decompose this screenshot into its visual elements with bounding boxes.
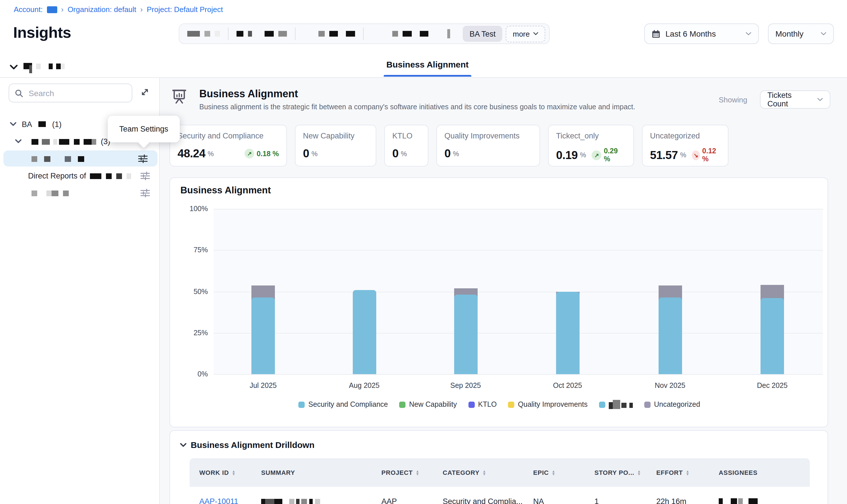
table-header-row: WORK ID▲▼SUMMARYPROJECT▲▼CATEGORY▲▼EPIC▲… <box>190 458 810 487</box>
card-title: KTLO <box>392 131 420 140</box>
bar-segment-security-and-compliance[interactable] <box>761 298 784 374</box>
column-label: SUMMARY <box>261 469 295 476</box>
bar-segment-security-and-compliance[interactable] <box>556 291 579 374</box>
column-header-work-id[interactable]: WORK ID▲▼ <box>190 469 252 476</box>
column-header-category[interactable]: CATEGORY▲▼ <box>433 469 523 476</box>
section-description: Business alignment is the strategic fit … <box>199 103 635 111</box>
showing-dropdown[interactable]: Tickets Count <box>760 90 830 109</box>
breadcrumb-account[interactable]: Account: <box>14 5 43 14</box>
legend-swatch <box>399 401 406 408</box>
legend-item[interactable]: Security and Compliance <box>299 400 388 409</box>
tooltip-label: Team Settings <box>119 125 168 133</box>
gridline <box>213 291 823 292</box>
section-title: Business Alignment <box>199 88 298 100</box>
expand-icon[interactable] <box>140 87 150 97</box>
presentation-chart-icon <box>172 89 186 104</box>
tree-item-label: BA <box>22 120 32 128</box>
legend-item[interactable]: Quality Improvements <box>508 400 588 409</box>
card-value: 51.57 <box>650 148 678 162</box>
date-range-value: Last 6 Months <box>666 29 741 38</box>
cell-epic: NA <box>523 497 585 504</box>
toolbar-segment-redacted[interactable] <box>179 24 228 43</box>
chevron-down-icon <box>180 443 187 447</box>
legend-swatch <box>299 401 305 408</box>
metric-card: Quality Improvements 0 % <box>436 125 540 166</box>
card-value: 48.24 <box>177 147 205 160</box>
sidebar-search[interactable] <box>8 84 132 103</box>
bar-segment-security-and-compliance[interactable] <box>454 295 477 374</box>
toolbar-segment-redacted[interactable] <box>364 24 458 43</box>
card-unit: % <box>401 149 407 158</box>
toolbar-segment-redacted[interactable] <box>228 24 295 43</box>
sort-icon[interactable]: ▲▼ <box>686 470 690 475</box>
chart-panel: Business Alignment 100%75%50%25%0% Jul 2… <box>170 177 828 427</box>
bar-segment-security-and-compliance[interactable] <box>252 297 275 374</box>
team-settings-icon[interactable] <box>140 188 150 197</box>
granularity-dropdown[interactable]: Monthly <box>768 23 834 44</box>
ba-test-button[interactable]: BA Test <box>463 26 503 42</box>
work-id-link[interactable]: AAP-10011 <box>199 497 238 504</box>
card-unit: % <box>680 151 686 159</box>
x-tick-label: Nov 2025 <box>636 382 704 390</box>
date-range-dropdown[interactable]: Last 6 Months <box>644 23 759 44</box>
card-unit: % <box>312 149 317 158</box>
sort-icon[interactable]: ▲▼ <box>232 470 236 475</box>
toolbar-segment-redacted[interactable] <box>295 24 363 43</box>
drilldown-collapse[interactable]: Business Alignment Drilldown <box>180 440 314 450</box>
chart-title: Business Alignment <box>180 185 271 196</box>
column-header-effort[interactable]: EFFORT▲▼ <box>646 469 709 476</box>
column-header-epic[interactable]: EPIC▲▼ <box>523 469 585 476</box>
metric-card: New Capability 0 % <box>295 125 376 166</box>
breadcrumb-project[interactable]: Project: Default Project <box>147 5 223 14</box>
legend-item[interactable]: New Capability <box>399 400 457 409</box>
sort-icon[interactable]: ▲▼ <box>483 470 486 475</box>
chevron-down-icon <box>10 65 18 70</box>
redacted-label <box>32 137 96 146</box>
bar-segment-security-and-compliance[interactable] <box>658 297 682 374</box>
metric-card: Security and Compliance 48.24 % ↗ 0.18 % <box>170 125 287 166</box>
redacted-label <box>23 61 65 73</box>
tab-active-underline <box>384 75 471 77</box>
x-tick-label: Oct 2025 <box>533 382 602 390</box>
top-toolbar: BA Test more <box>179 23 550 44</box>
gridline <box>213 209 823 210</box>
team-settings-tooltip: Team Settings <box>108 115 180 142</box>
legend-swatch <box>508 401 515 408</box>
tab-business-alignment[interactable]: Business Alignment <box>384 55 471 77</box>
column-header-story-po-[interactable]: STORY PO...▲▼ <box>585 469 646 476</box>
more-button[interactable]: more <box>506 25 545 42</box>
breadcrumb-separator-icon: › <box>140 5 143 14</box>
legend-item[interactable]: Uncategorized <box>644 400 700 409</box>
drilldown-table: WORK ID▲▼SUMMARYPROJECT▲▼CATEGORY▲▼EPIC▲… <box>190 458 810 504</box>
tree-item-redacted[interactable] <box>0 185 160 201</box>
trend-badge: ↗ 0.29 % <box>586 147 626 163</box>
breadcrumb-organization[interactable]: Organization: default <box>68 5 136 14</box>
tree-item-direct-reports[interactable]: Direct Reports of <box>0 168 160 184</box>
card-title: Tickect_only <box>556 131 626 140</box>
bar-segment-security-and-compliance[interactable] <box>352 290 376 374</box>
card-value: 0 <box>444 147 451 160</box>
column-label: PROJECT <box>381 469 413 476</box>
legend-swatch <box>468 401 475 408</box>
column-header-project[interactable]: PROJECT▲▼ <box>372 469 433 476</box>
card-title: Uncategorized <box>650 131 721 140</box>
legend-item[interactable]: KTLO <box>468 400 497 409</box>
redacted-label <box>90 171 132 180</box>
column-label: ASSIGNEES <box>719 469 758 476</box>
tree-item-selected[interactable] <box>3 150 157 166</box>
sort-icon[interactable]: ▲▼ <box>416 470 420 475</box>
gridline <box>213 250 823 251</box>
team-settings-icon[interactable] <box>140 171 150 180</box>
sort-icon[interactable]: ▲▼ <box>552 470 556 475</box>
delta-value: 0.12 % <box>702 147 721 163</box>
search-input[interactable] <box>28 88 116 98</box>
panel-collapse-row[interactable] <box>10 61 65 73</box>
cell-effort: 22h 16m <box>646 497 709 504</box>
chevron-down-icon <box>817 98 823 101</box>
sort-icon[interactable]: ▲▼ <box>637 470 641 475</box>
card-value: 0 <box>303 147 309 160</box>
tab-label: Business Alignment <box>386 59 468 69</box>
team-settings-icon[interactable] <box>138 154 148 163</box>
breadcrumb-separator-icon: › <box>61 5 64 14</box>
legend-item[interactable] <box>599 400 633 409</box>
